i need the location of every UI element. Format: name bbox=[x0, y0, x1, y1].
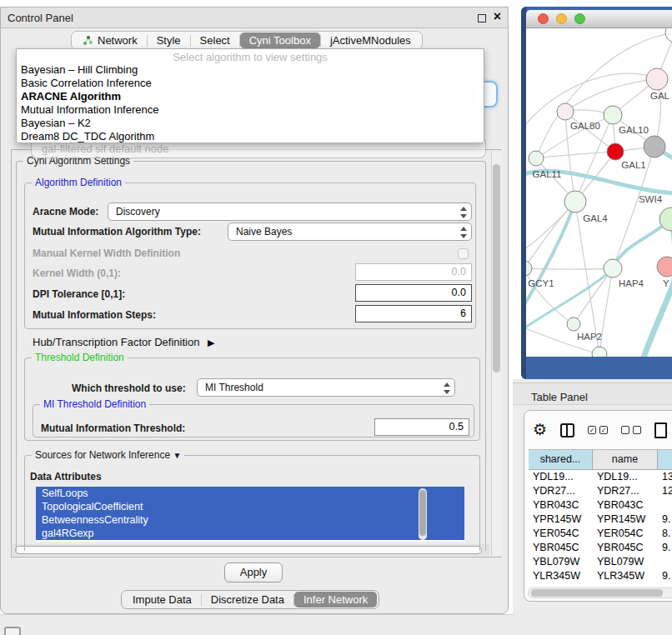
kernel-width-input[interactable]: 0.0 bbox=[355, 263, 472, 281]
hub-definition-expander[interactable]: Hub/Transcription Factor Definition ▶ bbox=[33, 336, 214, 348]
table-cell: 9. bbox=[658, 541, 672, 555]
network-node-hap4[interactable] bbox=[604, 259, 622, 278]
network-node[interactable] bbox=[665, 28, 672, 42]
tab-network[interactable]: Network bbox=[73, 32, 147, 48]
attribute-item-selfloops[interactable]: SelfLoops bbox=[36, 487, 464, 500]
tab-discretize-data[interactable]: Discretize Data bbox=[202, 592, 293, 608]
network-window-titlebar[interactable] bbox=[526, 10, 672, 28]
dpi-tolerance-input[interactable]: 0.0 bbox=[355, 284, 472, 302]
node-attribute-table[interactable]: shared...nameAYDL19...YDL19...13YDR27...… bbox=[529, 449, 672, 586]
network-canvas[interactable]: GALGAL80GAL10GAL1GAL11SWI4GAL4GCY1HAP4YH… bbox=[526, 28, 672, 357]
table-row[interactable]: YLR345WYLR345W9. bbox=[529, 569, 672, 583]
select-all-checkboxes-icon[interactable]: ✓ ✓ bbox=[588, 426, 608, 434]
table-row[interactable]: YIL052CYIL052C9. bbox=[529, 583, 672, 586]
group-title: Algorithm Definition bbox=[32, 177, 125, 188]
table-toolbar: ⚙ ✓ ✓ bbox=[533, 419, 667, 441]
network-edge[interactable] bbox=[526, 268, 574, 324]
tab-impute-data[interactable]: Impute Data bbox=[123, 592, 201, 608]
data-attributes-label: Data Attributes bbox=[30, 471, 102, 482]
node-label: GAL bbox=[650, 91, 670, 101]
expander-right-arrow-icon: ▶ bbox=[208, 338, 214, 348]
node-label: GAL80 bbox=[570, 121, 600, 131]
table-row[interactable]: YBR045CYBR045C9. bbox=[529, 541, 672, 555]
column-header-name[interactable]: name bbox=[593, 450, 658, 470]
table-cell: YDL19... bbox=[529, 470, 593, 484]
table-row[interactable]: YBR043CYBR043C bbox=[529, 498, 672, 512]
dropdown-prompt: Select algorithm to view settings bbox=[17, 49, 484, 63]
table-row[interactable]: YBL079WYBL079W bbox=[529, 555, 672, 569]
table-row[interactable]: YER054CYER054C8. bbox=[529, 527, 672, 541]
tab-select[interactable]: Select bbox=[191, 32, 239, 48]
tab-jactivemnodules[interactable]: jActiveMNodules bbox=[321, 32, 420, 48]
attribute-item-betweennesscentrality[interactable]: BetweennessCentrality bbox=[36, 513, 464, 527]
network-edge[interactable] bbox=[536, 152, 615, 158]
attribute-item-topologicalcoefficient[interactable]: TopologicalCoefficient bbox=[36, 500, 464, 513]
algorithm-option-bayesian-hill-climbing[interactable]: Bayesian – Hill Climbing bbox=[17, 63, 484, 77]
document-icon[interactable] bbox=[654, 422, 667, 438]
algorithm-option-bayesian-k2[interactable]: Bayesian – K2 bbox=[17, 117, 484, 130]
tab-infer-network[interactable]: Infer Network bbox=[294, 592, 377, 608]
network-node-y[interactable] bbox=[657, 257, 672, 277]
algorithm-option-dream8-dc-tdc-algorithm[interactable]: Dream8 DC_TDC Algorithm bbox=[17, 130, 484, 143]
which-threshold-combo[interactable]: MI Threshold bbox=[197, 378, 455, 397]
minimize-traffic-light[interactable] bbox=[556, 13, 567, 24]
table-row[interactable]: YDL19...YDL19...13 bbox=[529, 470, 672, 484]
network-node[interactable] bbox=[644, 136, 665, 158]
network-node[interactable] bbox=[592, 347, 607, 357]
column-header-shared[interactable]: shared... bbox=[529, 450, 593, 470]
algorithm-option-basic-correlation-inference[interactable]: Basic Correlation Inference bbox=[17, 77, 484, 90]
network-node-gal[interactable] bbox=[646, 68, 668, 90]
mi-threshold-input[interactable]: 0.5 bbox=[374, 418, 469, 436]
scrollbar-thumb[interactable] bbox=[531, 589, 663, 597]
scrollbar-thumb[interactable] bbox=[493, 164, 500, 372]
network-node-gcy1[interactable] bbox=[526, 261, 532, 276]
float-window-icon[interactable] bbox=[478, 14, 486, 22]
close-icon[interactable]: × bbox=[494, 9, 501, 24]
tab-style[interactable]: Style bbox=[148, 32, 190, 48]
table-row[interactable]: YDR27...YDR27...12 bbox=[529, 484, 672, 498]
network-edge[interactable] bbox=[526, 268, 613, 269]
tab-label: Infer Network bbox=[303, 593, 368, 606]
sources-group-title[interactable]: Sources for Network Inference ▼ bbox=[32, 449, 184, 461]
apply-button[interactable]: Apply bbox=[224, 562, 283, 582]
split-columns-icon[interactable] bbox=[560, 423, 574, 438]
mi-steps-input[interactable]: 6 bbox=[355, 305, 472, 322]
network-icon bbox=[83, 35, 93, 46]
network-node-gal11[interactable] bbox=[529, 151, 544, 166]
network-node-gal80[interactable] bbox=[557, 103, 574, 120]
aracne-mode-combo[interactable]: Discovery bbox=[108, 202, 472, 221]
table-cell bbox=[658, 555, 672, 569]
mi-threshold-label: Mutual Information Threshold: bbox=[41, 422, 185, 434]
table-cell: YLR345W bbox=[593, 569, 658, 583]
algorithm-option-aracne-algorithm[interactable]: ARACNE Algorithm bbox=[17, 90, 484, 103]
table-cell: YDR27... bbox=[593, 484, 658, 498]
tab-cyni-toolbox[interactable]: Cyni Toolbox bbox=[240, 32, 320, 48]
zoom-traffic-light[interactable] bbox=[574, 13, 585, 24]
data-attributes-list[interactable]: SelfLoopsTopologicalCoefficientBetweenne… bbox=[36, 487, 464, 542]
manual-kernel-label: Manual Kernel Width Definition bbox=[33, 248, 180, 259]
attribute-list-scrollbar[interactable] bbox=[419, 488, 427, 540]
gear-icon[interactable]: ⚙ bbox=[533, 421, 547, 439]
manual-kernel-checkbox[interactable] bbox=[458, 248, 469, 259]
table-cell: YBR043C bbox=[593, 498, 658, 512]
close-traffic-light[interactable] bbox=[538, 13, 549, 24]
algorithm-option-mutual-information-inference[interactable]: Mutual Information Inference bbox=[17, 103, 484, 117]
network-edge-thick[interactable] bbox=[643, 283, 672, 357]
table-cell: YBR045C bbox=[529, 541, 593, 555]
minimized-panel-icon[interactable] bbox=[4, 627, 21, 635]
network-node-gal10[interactable] bbox=[604, 106, 622, 124]
attribute-item-gal4rgexp[interactable]: gal4RGexp bbox=[36, 527, 464, 540]
deselect-all-checkboxes-icon[interactable] bbox=[621, 426, 641, 434]
table-horizontal-scrollbar[interactable] bbox=[528, 588, 672, 598]
network-node-hap2[interactable] bbox=[567, 318, 580, 331]
table-cell: YBL079W bbox=[529, 555, 593, 569]
column-header-a[interactable]: A bbox=[658, 450, 672, 470]
page: Control Panel × NetworkStyleSelectCyni T… bbox=[0, 0, 672, 635]
combo-arrows-icon bbox=[444, 382, 450, 395]
settings-vertical-scrollbar[interactable] bbox=[491, 151, 501, 556]
table-row[interactable]: YPR145WYPR145W9. bbox=[529, 512, 672, 527]
mi-type-combo[interactable]: Naive Bayes bbox=[228, 222, 472, 241]
network-node-gal1[interactable] bbox=[607, 143, 624, 160]
scrollbar-thumb[interactable] bbox=[419, 490, 426, 536]
network-node-gal4[interactable] bbox=[564, 191, 586, 212]
